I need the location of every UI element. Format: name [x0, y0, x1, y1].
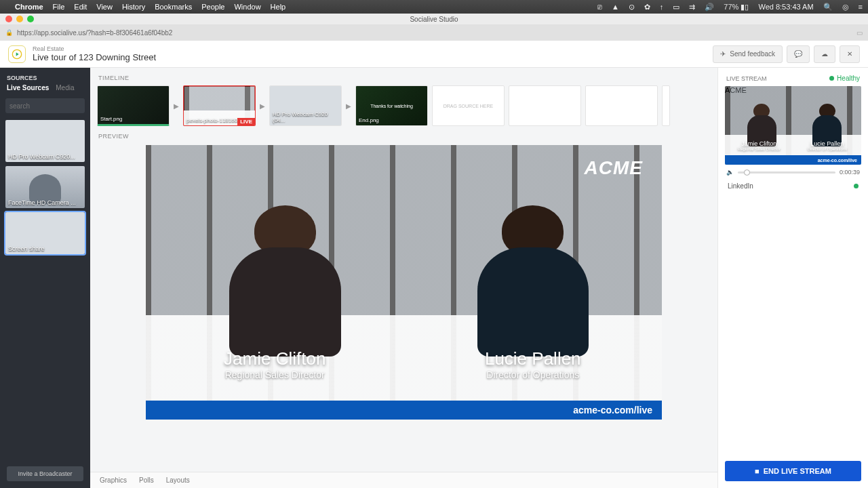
source-webcam-hd-pro[interactable]: HD Pro Webcam C920...	[5, 120, 85, 162]
timeline-slot-live[interactable]: pexels-photo-1181605... LIVE	[183, 85, 256, 126]
app-logo[interactable]	[8, 45, 26, 63]
source-label: FaceTime HD Camera ...	[8, 199, 76, 206]
center-panel: TIMELINE Start.png ▶ pexels-photo-118160…	[90, 68, 717, 488]
preview-canvas[interactable]: ACME Jamie Clifton Regional Sales Direct…	[146, 145, 662, 420]
live-stream-panel: LIVE STREAM Healthy ACME Jamie CliftonRe…	[717, 68, 868, 488]
tray-battery[interactable]: 77% ▮▯	[724, 3, 749, 12]
timeline-slot-empty[interactable]: DRAG SOURCE HERE	[432, 85, 505, 126]
source-label: HD Pro Webcam C920...	[8, 153, 75, 160]
send-feedback-button[interactable]: ✈ Send feedback	[713, 45, 783, 63]
browser-url-bar[interactable]: 🔒 https://app.socialive.us/?hash=b-8f306…	[0, 24, 868, 41]
tray-siri-icon[interactable]: ◎	[842, 3, 849, 12]
preview-url: acme-co.com/live	[818, 158, 857, 163]
end-live-label: END LIVE STREAM	[764, 467, 831, 475]
seek-slider[interactable]	[738, 171, 835, 174]
person-name: Lucie Pallen	[414, 348, 652, 369]
slot-caption: Start.png	[100, 116, 122, 122]
tray-notif-icon[interactable]: ≡	[859, 3, 863, 11]
person-role: Regional Sales Director	[156, 369, 393, 380]
live-output-thumb[interactable]: ACME Jamie CliftonRegional Sales Directo…	[725, 86, 861, 165]
tray-wifi-icon[interactable]: ⇉	[689, 3, 695, 12]
slider-knob[interactable]	[744, 169, 750, 176]
lock-icon: 🔒	[5, 29, 13, 36]
source-screen-share[interactable]: Screen share	[5, 212, 85, 254]
traffic-lights[interactable]	[5, 16, 34, 22]
tray-volume-icon[interactable]: 🔊	[705, 3, 714, 12]
person-role: Regional Sales Director	[728, 147, 790, 151]
tray-icon[interactable]: ↑	[660, 3, 664, 11]
chat-button[interactable]: 💬	[787, 45, 810, 63]
tab-polls[interactable]: Polls	[139, 476, 154, 484]
close-button[interactable]: ✕	[840, 45, 860, 63]
lower-third-left: Jamie Clifton Regional Sales Director	[156, 348, 393, 380]
menu-window[interactable]: Window	[234, 3, 260, 11]
destination-row[interactable]: LinkedIn	[718, 180, 868, 192]
tab-media[interactable]: Media	[56, 84, 74, 92]
end-live-stream-button[interactable]: ■ END LIVE STREAM	[725, 461, 861, 481]
playback-controls: 🔈 0:00:39	[718, 165, 868, 180]
menu-bookmarks[interactable]: Bookmarks	[155, 3, 192, 11]
tray-display-icon[interactable]: ▭	[673, 3, 679, 12]
invite-broadcaster-button[interactable]: Invite a Broadcaster	[7, 466, 83, 481]
url-text[interactable]: https://app.socialive.us/?hash=b-8f30646…	[17, 29, 852, 37]
minimize-icon[interactable]	[16, 16, 23, 22]
window-titlebar: Socialive Studio	[0, 14, 868, 24]
timeline: Start.png ▶ pexels-photo-1181605... LIVE…	[90, 85, 717, 126]
timeline-slot-end[interactable]: Thanks for watching End.png	[355, 85, 428, 126]
person-role: Director of Operations	[414, 369, 652, 380]
sidebar-heading: SOURCES	[0, 68, 90, 84]
tab-layouts[interactable]: Layouts	[166, 476, 190, 484]
tab-live-sources[interactable]: Live Sources	[7, 84, 49, 92]
lower-third-right: Lucie Pallen Director of Operations	[414, 348, 652, 380]
close-icon[interactable]	[5, 16, 12, 22]
slot-overlay-text: Thanks for watching	[370, 104, 413, 108]
source-label: Screen share	[8, 245, 45, 252]
menu-people[interactable]: People	[201, 3, 224, 11]
status-text: Healthy	[837, 75, 860, 82]
slot-caption: HD Pro Webcam C920 (04...	[273, 111, 341, 123]
brand-watermark: ACME	[585, 157, 643, 179]
source-search[interactable]: 🔍	[5, 98, 85, 113]
mac-menubar: Chrome File Edit View History Bookmarks …	[0, 0, 868, 14]
zoom-icon[interactable]	[27, 16, 34, 22]
timeline-slot-blank[interactable]	[509, 85, 581, 126]
search-input[interactable]	[9, 102, 96, 110]
timeline-slot-blank[interactable]	[585, 85, 658, 126]
live-stream-heading: LIVE STREAM	[726, 75, 767, 82]
timeline-slot[interactable]: HD Pro Webcam C920 (04...	[269, 85, 342, 126]
project-title: Live tour of 123 Downing Street	[33, 52, 156, 62]
preview-url: acme-co.com/live	[573, 405, 652, 415]
tray-icon[interactable]: ▲	[612, 3, 619, 11]
drag-hint: DRAG SOURCE HERE	[443, 104, 494, 108]
bottom-tabs: Graphics Polls Layouts	[90, 472, 717, 488]
menu-view[interactable]: View	[96, 3, 113, 11]
slot-caption: End.png	[359, 117, 379, 123]
person-left	[208, 205, 362, 357]
chevron-right-icon: ▶	[346, 102, 351, 110]
menu-file[interactable]: File	[53, 3, 65, 11]
volume-icon[interactable]: 🔈	[726, 169, 734, 176]
tray-search-icon[interactable]: 🔍	[823, 3, 833, 12]
settings-button[interactable]: ☁	[814, 45, 835, 63]
timeline-slot-blank[interactable]	[662, 85, 670, 126]
source-facetime-hd[interactable]: FaceTime HD Camera ...	[5, 166, 85, 208]
window-title: Socialive Studio	[410, 16, 458, 23]
menu-edit[interactable]: Edit	[74, 3, 87, 11]
menu-help[interactable]: Help	[271, 3, 286, 11]
elapsed-time: 0:00:39	[840, 169, 860, 176]
tab-graphics[interactable]: Graphics	[100, 476, 127, 484]
menu-app[interactable]: Chrome	[15, 3, 43, 11]
timeline-slot-start[interactable]: Start.png	[97, 85, 170, 126]
tray-icon[interactable]: ✿	[644, 3, 650, 12]
sources-sidebar: SOURCES Live Sources Media 🔍 HD Pro Webc…	[0, 68, 90, 488]
live-badge: LIVE	[237, 118, 255, 125]
slot-caption: pexels-photo-1181605...	[186, 117, 245, 123]
tray-cast-icon[interactable]: ⎚	[597, 3, 602, 11]
present-icon[interactable]: ▭	[856, 29, 863, 37]
stop-icon: ■	[755, 467, 760, 475]
tray-icon[interactable]: ⊙	[629, 3, 635, 12]
destination-name: LinkedIn	[728, 182, 753, 190]
tray-clock[interactable]: Wed 8:53:43 AM	[758, 3, 813, 11]
menu-history[interactable]: History	[122, 3, 145, 11]
project-category: Real Estate	[33, 45, 156, 52]
